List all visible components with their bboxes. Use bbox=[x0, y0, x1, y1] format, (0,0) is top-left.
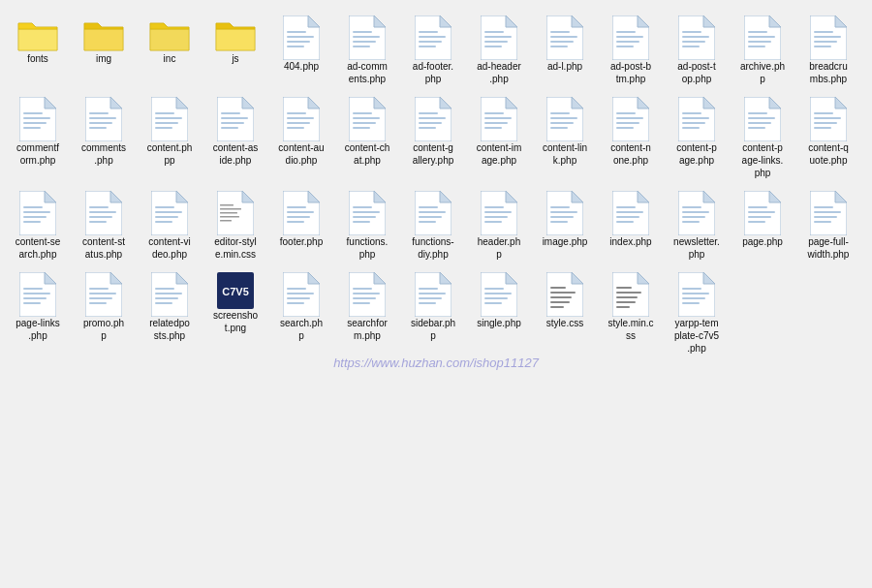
file-item[interactable]: functions. php bbox=[334, 185, 400, 266]
css-icon bbox=[546, 272, 583, 317]
file-item[interactable]: page.php bbox=[730, 185, 795, 266]
file-item[interactable]: ad-comm ents.php bbox=[334, 10, 400, 91]
svg-marker-238 bbox=[374, 272, 386, 284]
file-item[interactable]: yarpp-tem plate-c7v5 .php bbox=[664, 266, 730, 360]
file-item[interactable]: breadcru mbs.php bbox=[795, 10, 861, 91]
php-icon bbox=[349, 15, 386, 60]
file-item[interactable]: content-ch at.php bbox=[334, 91, 400, 185]
svg-rect-216 bbox=[23, 302, 41, 304]
file-item[interactable]: relatedpo sts.php bbox=[137, 266, 202, 360]
file-item[interactable]: ad-l.php bbox=[532, 10, 598, 91]
svg-rect-221 bbox=[89, 297, 112, 299]
file-item[interactable]: functions- diy.php bbox=[400, 185, 466, 266]
svg-marker-206 bbox=[835, 191, 847, 202]
file-item[interactable]: archive.ph p bbox=[730, 10, 795, 91]
file-item[interactable]: img bbox=[71, 10, 137, 91]
file-item[interactable]: C7V5 screensho t.png bbox=[202, 266, 268, 360]
file-item[interactable]: editor-styl e.min.css bbox=[202, 185, 268, 266]
php-icon bbox=[612, 15, 649, 60]
svg-marker-7 bbox=[374, 15, 386, 27]
file-item[interactable]: content-p age-links. php bbox=[730, 91, 795, 185]
php-icon bbox=[217, 97, 254, 141]
svg-rect-264 bbox=[616, 287, 632, 289]
file-item[interactable]: style.css bbox=[532, 266, 598, 360]
svg-rect-261 bbox=[550, 306, 564, 308]
svg-rect-47 bbox=[748, 46, 765, 47]
php-icon bbox=[349, 191, 386, 235]
file-item[interactable]: js bbox=[202, 10, 268, 91]
file-item[interactable]: footer.php bbox=[268, 185, 334, 266]
svg-rect-246 bbox=[419, 293, 446, 294]
svg-rect-271 bbox=[682, 288, 701, 290]
file-item[interactable]: image.php bbox=[532, 185, 598, 266]
file-item[interactable]: content-se arch.php bbox=[5, 185, 71, 266]
file-item[interactable]: commentf orm.php bbox=[5, 91, 71, 185]
file-item[interactable]: ad-post-b tm.php bbox=[598, 10, 664, 91]
svg-rect-225 bbox=[155, 288, 174, 290]
file-item[interactable]: searchfor m.php bbox=[334, 266, 400, 360]
svg-rect-257 bbox=[550, 287, 566, 289]
file-item[interactable]: page-links .php bbox=[5, 266, 71, 360]
file-item[interactable]: fonts bbox=[5, 10, 71, 91]
svg-marker-170 bbox=[440, 191, 452, 202]
svg-rect-245 bbox=[419, 288, 438, 290]
svg-rect-99 bbox=[484, 117, 512, 119]
svg-rect-68 bbox=[155, 112, 174, 114]
svg-marker-43 bbox=[769, 15, 781, 27]
file-item[interactable]: index.php bbox=[598, 185, 664, 266]
file-item[interactable]: ad-header .php bbox=[466, 10, 532, 91]
svg-rect-227 bbox=[155, 297, 178, 299]
file-item[interactable]: page-full- width.php bbox=[795, 185, 861, 266]
php-icon bbox=[546, 15, 583, 60]
file-item[interactable]: content-lin k.php bbox=[532, 91, 598, 185]
svg-marker-127 bbox=[835, 97, 847, 108]
svg-rect-267 bbox=[616, 301, 636, 303]
css-icon bbox=[217, 191, 254, 235]
svg-rect-210 bbox=[814, 221, 831, 223]
svg-rect-136 bbox=[23, 216, 47, 218]
file-item[interactable]: content-p age.php bbox=[664, 91, 730, 185]
php-icon bbox=[85, 97, 122, 141]
svg-rect-161 bbox=[287, 216, 310, 218]
svg-rect-226 bbox=[155, 293, 182, 294]
file-label: 404.php bbox=[284, 60, 319, 73]
file-item[interactable]: content-g allery.php bbox=[400, 91, 466, 185]
file-item[interactable]: content.ph pp bbox=[137, 91, 202, 185]
file-label: page.php bbox=[742, 235, 783, 248]
svg-rect-38 bbox=[682, 31, 701, 33]
svg-rect-228 bbox=[155, 302, 172, 304]
svg-rect-168 bbox=[353, 221, 370, 223]
file-item[interactable]: single.php bbox=[466, 266, 532, 360]
file-item[interactable]: ad-post-t op.php bbox=[664, 10, 730, 91]
svg-rect-116 bbox=[682, 112, 701, 114]
file-item[interactable]: search.ph p bbox=[268, 266, 334, 360]
php-icon bbox=[481, 191, 517, 235]
svg-marker-151 bbox=[242, 191, 254, 202]
php-icon bbox=[678, 191, 715, 235]
file-item[interactable]: ad-footer. php bbox=[400, 10, 466, 91]
file-item[interactable]: promo.ph p bbox=[71, 266, 137, 360]
file-item[interactable]: content-as ide.php bbox=[202, 91, 268, 185]
file-item[interactable]: content-n one.php bbox=[598, 91, 664, 185]
file-item[interactable]: style.min.c ss bbox=[598, 266, 664, 360]
file-item[interactable]: content-vi deo.php bbox=[137, 185, 202, 266]
php-icon bbox=[151, 272, 188, 317]
file-item[interactable]: content-q uote.php bbox=[795, 91, 861, 185]
file-item[interactable]: comments .php bbox=[71, 91, 137, 185]
file-item[interactable]: content-im age.php bbox=[466, 91, 532, 185]
svg-rect-146 bbox=[155, 206, 174, 208]
svg-marker-79 bbox=[308, 97, 320, 108]
file-label: content-g allery.php bbox=[413, 141, 454, 167]
svg-rect-123 bbox=[748, 117, 775, 119]
svg-rect-273 bbox=[682, 297, 705, 299]
file-item[interactable]: sidebar.ph p bbox=[400, 266, 466, 360]
file-item[interactable]: newsletter. php bbox=[664, 185, 730, 266]
file-item[interactable]: content-au dio.php bbox=[268, 91, 334, 185]
svg-rect-104 bbox=[550, 112, 570, 114]
file-item[interactable]: content-st atus.php bbox=[71, 185, 137, 266]
file-item[interactable]: header.ph p bbox=[466, 185, 532, 266]
file-item[interactable]: inc bbox=[137, 10, 202, 91]
file-item[interactable]: 404.php bbox=[268, 10, 334, 91]
svg-rect-20 bbox=[484, 31, 504, 33]
svg-rect-22 bbox=[484, 41, 508, 43]
